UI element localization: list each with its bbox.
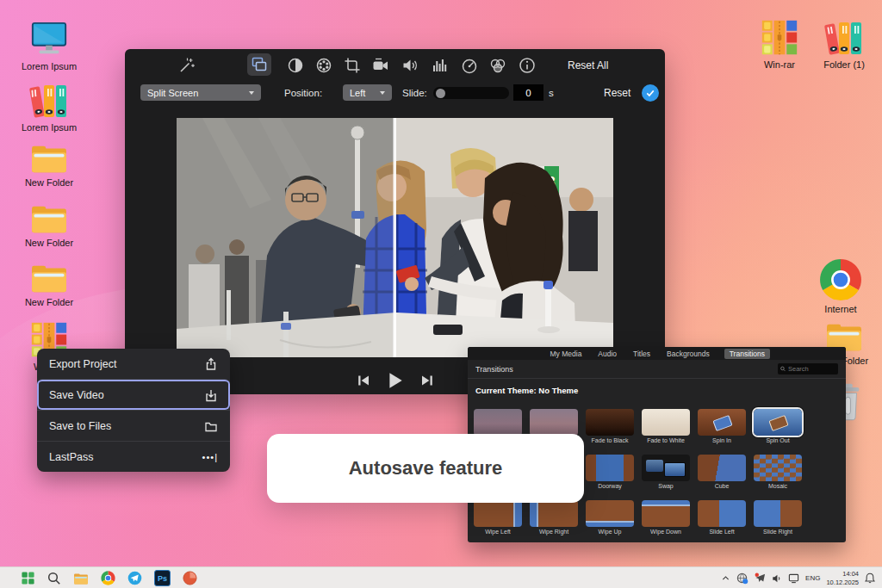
previous-button[interactable] xyxy=(357,374,370,387)
download-icon xyxy=(204,388,218,402)
powerpoint-icon[interactable] xyxy=(183,571,197,585)
tab-audio[interactable]: Audio xyxy=(596,349,618,359)
volume-tray-icon[interactable] xyxy=(772,573,782,584)
file-explorer-icon[interactable] xyxy=(73,572,89,585)
color-balance-icon[interactable] xyxy=(489,57,506,74)
desktop-icon-computer[interactable]: Lorem Ipsum xyxy=(12,21,86,72)
slide-slider[interactable] xyxy=(433,87,509,99)
transition-item[interactable]: Slide Left xyxy=(698,500,746,546)
transition-item[interactable]: Mosaic xyxy=(754,455,802,500)
crop-icon[interactable] xyxy=(344,57,361,74)
chrome-icon[interactable] xyxy=(101,571,115,585)
clock[interactable]: 14:04 10.12.2025 xyxy=(826,570,859,586)
search-icon xyxy=(780,366,786,372)
volume-icon[interactable] xyxy=(401,57,419,74)
chrome-icon xyxy=(819,258,862,301)
transition-item[interactable]: Fade to Black xyxy=(586,409,634,455)
transition-thumbnail xyxy=(530,500,578,527)
transition-label: Swap xyxy=(658,483,674,489)
color-correction-icon[interactable] xyxy=(287,57,304,74)
speed-icon[interactable] xyxy=(461,57,478,74)
duration-input[interactable]: 0 xyxy=(513,84,543,101)
color-wheel-icon[interactable] xyxy=(315,57,332,74)
search-icon[interactable] xyxy=(47,572,61,585)
reset-button[interactable]: Reset xyxy=(604,87,630,99)
menu-item-label: Save to Files xyxy=(49,420,111,432)
transition-item[interactable]: Doorway xyxy=(586,455,634,500)
stabilization-camera-icon[interactable] xyxy=(372,57,389,74)
search-box[interactable] xyxy=(778,363,838,374)
video-editor-window: Reset All Split Screen Position: Left Sl… xyxy=(125,49,665,394)
effect-settings-bar: Split Screen Position: Left Slide: 0 s R… xyxy=(125,82,665,116)
start-button-icon[interactable] xyxy=(21,571,35,585)
transition-thumbnail xyxy=(754,500,802,527)
menu-item-lastpass[interactable]: LastPass •••| xyxy=(37,441,230,472)
overlay-settings-button-active[interactable] xyxy=(247,53,271,76)
tab-backgrounds[interactable]: Backgrounds xyxy=(665,349,711,359)
desktop-icon-label: Lorem Ipsum xyxy=(22,122,77,133)
tab-my-media[interactable]: My Media xyxy=(549,349,584,359)
menu-item-export-project[interactable]: Export Project xyxy=(37,349,230,379)
transition-item[interactable]: Fade to White xyxy=(642,409,690,455)
equalizer-icon[interactable] xyxy=(432,57,449,74)
transition-label: Wipe Up xyxy=(599,529,622,535)
chevron-down-icon xyxy=(380,91,385,95)
desktop-icon-folder[interactable]: New Folder xyxy=(12,202,86,249)
menu-item-save-to-files[interactable]: Save to Files xyxy=(37,410,230,441)
export-context-menu: Export Project Save Video Save to Files … xyxy=(37,349,230,472)
desktop-icon-label: Lorem Ipsum xyxy=(22,61,77,72)
reset-all-button[interactable]: Reset All xyxy=(568,59,608,71)
tab-transitions[interactable]: Transitions xyxy=(724,349,770,359)
tab-titles[interactable]: Titles xyxy=(631,349,652,359)
language-indicator[interactable]: ENG xyxy=(805,574,820,582)
search-input[interactable] xyxy=(788,365,835,373)
desktop-icon-folder[interactable]: New Folder xyxy=(12,142,86,189)
system-tray: ENG 14:04 10.12.2025 xyxy=(721,567,875,588)
display-tray-icon[interactable] xyxy=(788,573,799,584)
transition-thumbnail xyxy=(642,455,690,481)
info-icon[interactable] xyxy=(519,57,536,74)
transition-label: Spin In xyxy=(712,437,731,443)
media-tabs: My Media Audio Titles Backgrounds Transi… xyxy=(468,347,846,360)
telegram-tray-icon[interactable] xyxy=(755,573,766,584)
folder-icon xyxy=(29,142,69,175)
transition-item[interactable]: Wipe Up xyxy=(586,500,634,546)
transition-item[interactable]: Slide Right xyxy=(754,500,802,546)
next-button[interactable] xyxy=(420,374,434,387)
desktop-icon-folder[interactable]: New Folder xyxy=(12,262,86,308)
check-icon xyxy=(645,88,655,98)
panel-title: Transitions xyxy=(475,365,513,374)
transition-thumbnail xyxy=(586,455,634,481)
play-button[interactable] xyxy=(386,371,405,390)
desktop-icon-binders[interactable]: Folder (1) xyxy=(807,19,881,71)
tray-time: 14:04 xyxy=(826,570,859,578)
transition-thumbnail xyxy=(642,500,690,527)
video-frame: 3 xyxy=(177,118,613,357)
desktop-icon-winrar[interactable]: Win-rar xyxy=(742,19,817,71)
transition-item[interactable]: Spin In xyxy=(698,409,746,455)
enhance-wand-icon[interactable] xyxy=(178,57,196,74)
desktop-icon-binders[interactable]: Lorem Ipsum xyxy=(12,82,86,133)
desktop-icon-internet[interactable]: Internet xyxy=(804,258,878,315)
menu-item-save-video[interactable]: Save Video xyxy=(37,379,230,410)
position-dropdown[interactable]: Left xyxy=(343,84,392,101)
transition-thumbnail xyxy=(698,500,746,527)
transition-item[interactable]: Wipe Left xyxy=(474,500,522,546)
effect-dropdown[interactable]: Split Screen xyxy=(140,84,261,101)
hidden-icons-chevron-icon[interactable] xyxy=(721,573,730,583)
notifications-bell-icon[interactable] xyxy=(865,573,875,584)
transition-label: Doorway xyxy=(598,483,622,489)
slider-knob[interactable] xyxy=(436,89,445,98)
apply-check-button[interactable] xyxy=(642,84,659,102)
editor-toolbar: Reset All xyxy=(125,49,665,82)
photoshop-icon[interactable]: Ps xyxy=(154,570,171,586)
transition-thumbnail xyxy=(474,409,522,436)
transition-item[interactable]: Wipe Down xyxy=(642,500,690,546)
browser-update-icon[interactable] xyxy=(736,573,748,585)
transition-item-selected[interactable]: Spin Out xyxy=(754,409,802,455)
desktop-icon-label: New Folder xyxy=(25,177,73,189)
transition-item[interactable]: Swap xyxy=(642,455,690,500)
transition-item[interactable]: Cube xyxy=(698,455,746,500)
telegram-icon[interactable] xyxy=(127,571,142,585)
transition-item[interactable]: Wipe Right xyxy=(530,500,578,546)
